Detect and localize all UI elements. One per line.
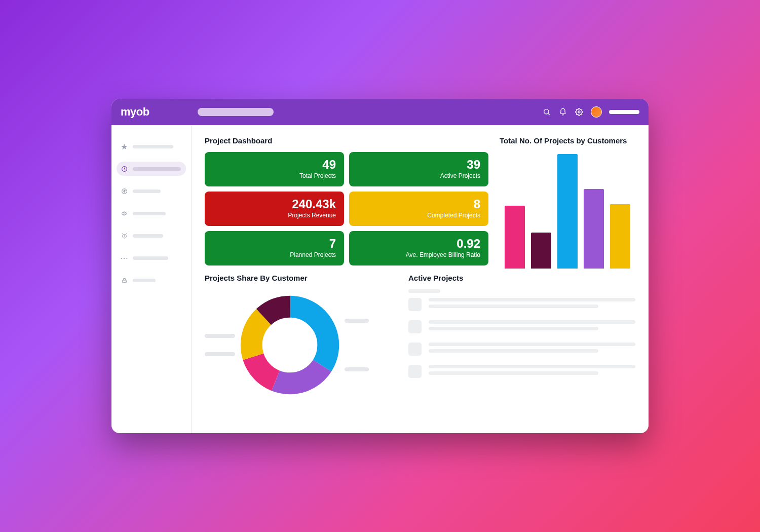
main-content: Project Dashboard 49Total Projects39Acti… bbox=[192, 125, 649, 433]
list-lines bbox=[429, 298, 635, 311]
list-line bbox=[429, 320, 635, 324]
list-item[interactable] bbox=[408, 365, 635, 378]
kpi-label: Total Projects bbox=[299, 172, 336, 179]
kpi-card[interactable]: 49Total Projects bbox=[205, 152, 344, 186]
app-window: myob ★ bbox=[111, 99, 649, 433]
kpi-label: Ave. Employee Billing Ratio bbox=[406, 251, 480, 258]
svg-line-1 bbox=[548, 113, 550, 115]
bar bbox=[557, 154, 578, 269]
brand-logo: myob bbox=[121, 105, 192, 119]
sidebar: ★ bbox=[111, 125, 192, 433]
sidebar-item-reminders[interactable] bbox=[117, 229, 186, 243]
alarm-icon bbox=[121, 232, 128, 239]
star-icon: ★ bbox=[121, 143, 128, 150]
avatar[interactable] bbox=[591, 106, 602, 118]
list-thumbnail bbox=[408, 343, 422, 356]
list-header-placeholder bbox=[408, 289, 440, 293]
barchart bbox=[500, 152, 635, 269]
kpi-value: 240.43k bbox=[292, 198, 336, 211]
sidebar-item-announcements[interactable] bbox=[117, 206, 186, 220]
kpi-card[interactable]: 7Planned Projects bbox=[205, 231, 344, 265]
list-thumbnail bbox=[408, 365, 422, 378]
page-title: Project Dashboard bbox=[205, 136, 488, 145]
legend-item bbox=[345, 319, 369, 323]
donut-segment bbox=[251, 307, 328, 384]
list-item[interactable] bbox=[408, 298, 635, 311]
barchart-section: Total No. Of Projects by Customers bbox=[500, 136, 635, 269]
kpi-value: 39 bbox=[467, 158, 480, 171]
list-line bbox=[429, 305, 598, 308]
kpi-label: Completed Projects bbox=[427, 212, 480, 219]
svg-point-2 bbox=[578, 111, 580, 113]
sidebar-item-label bbox=[133, 145, 173, 148]
sidebar-item-label bbox=[133, 279, 156, 282]
list-line bbox=[429, 343, 635, 346]
search-input[interactable] bbox=[198, 108, 274, 116]
list-line bbox=[429, 349, 598, 353]
bar bbox=[531, 233, 551, 269]
search-icon[interactable] bbox=[542, 107, 551, 117]
sidebar-item-finance[interactable] bbox=[117, 184, 186, 198]
sidebar-item-recent[interactable] bbox=[117, 162, 186, 176]
list-line bbox=[429, 371, 598, 375]
donut-chart bbox=[239, 294, 340, 396]
sidebar-item-label bbox=[133, 256, 168, 260]
list-thumbnail bbox=[408, 320, 422, 333]
topbar: myob bbox=[111, 99, 649, 125]
list-line bbox=[429, 327, 598, 330]
sidebar-item-more[interactable]: ⋯ bbox=[117, 251, 186, 265]
dollar-icon bbox=[121, 187, 128, 195]
barchart-title: Total No. Of Projects by Customers bbox=[500, 136, 635, 145]
kpi-label: Planned Projects bbox=[290, 251, 336, 258]
user-name-placeholder bbox=[609, 110, 639, 114]
kpi-value: 8 bbox=[474, 198, 480, 211]
kpi-card[interactable]: 240.43kProjects Revenue bbox=[205, 192, 344, 226]
bar bbox=[610, 204, 630, 269]
svg-point-0 bbox=[544, 109, 549, 114]
bell-icon[interactable] bbox=[558, 107, 567, 117]
list-line bbox=[429, 298, 635, 301]
sidebar-item-label bbox=[133, 189, 161, 193]
gear-icon[interactable] bbox=[575, 107, 584, 117]
list-line bbox=[429, 365, 635, 368]
active-projects-title: Active Projects bbox=[408, 274, 635, 282]
kpi-section: Project Dashboard 49Total Projects39Acti… bbox=[205, 136, 488, 269]
bar bbox=[505, 206, 525, 269]
lock-icon bbox=[121, 277, 128, 284]
kpi-card[interactable]: 0.92Ave. Employee Billing Ratio bbox=[349, 231, 488, 265]
kpi-value: 49 bbox=[322, 158, 336, 171]
kpi-label: Projects Revenue bbox=[288, 212, 336, 219]
list-thumbnail bbox=[408, 298, 422, 311]
bar bbox=[584, 189, 604, 269]
donut-legend-left bbox=[205, 334, 235, 356]
sidebar-item-favorites[interactable]: ★ bbox=[117, 139, 186, 154]
donut-title: Projects Share By Customer bbox=[205, 274, 397, 282]
clock-icon bbox=[121, 165, 128, 172]
donut-legend-right bbox=[345, 319, 369, 371]
legend-item bbox=[345, 367, 369, 371]
list-item[interactable] bbox=[408, 343, 635, 356]
sidebar-item-label bbox=[133, 167, 181, 171]
dots-icon: ⋯ bbox=[121, 254, 128, 261]
kpi-value: 7 bbox=[329, 237, 336, 250]
megaphone-icon bbox=[121, 210, 128, 217]
sidebar-item-security[interactable] bbox=[117, 273, 186, 287]
sidebar-item-label bbox=[133, 212, 166, 215]
kpi-card[interactable]: 8Completed Projects bbox=[349, 192, 488, 226]
kpi-label: Active Projects bbox=[440, 172, 480, 179]
svg-rect-6 bbox=[122, 280, 126, 282]
legend-item bbox=[205, 334, 235, 338]
active-projects-section: Active Projects bbox=[408, 274, 635, 396]
list-lines bbox=[429, 365, 635, 378]
list-lines bbox=[429, 320, 635, 333]
donut-section: Projects Share By Customer bbox=[205, 274, 397, 396]
list-lines bbox=[429, 343, 635, 356]
kpi-card[interactable]: 39Active Projects bbox=[349, 152, 488, 186]
legend-item bbox=[205, 352, 235, 356]
kpi-value: 0.92 bbox=[457, 237, 480, 250]
sidebar-item-label bbox=[133, 234, 163, 238]
list-item[interactable] bbox=[408, 320, 635, 333]
